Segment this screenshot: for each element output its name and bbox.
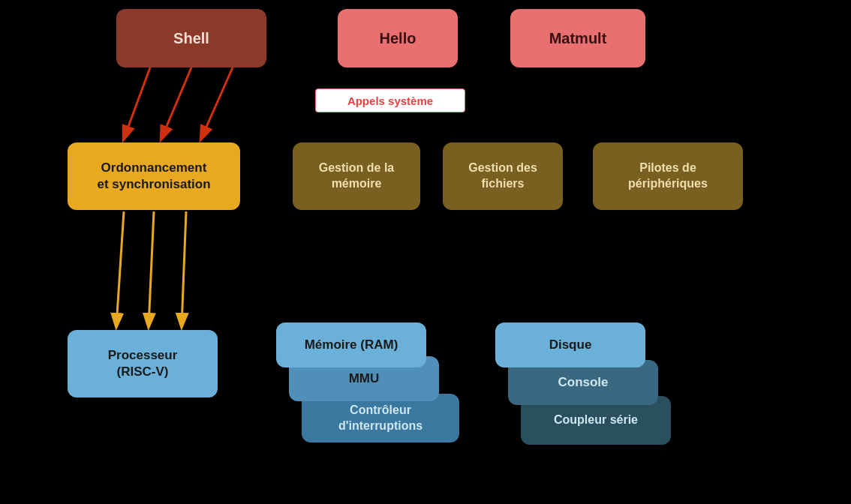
svg-line-2: [201, 68, 233, 139]
gestion-fichiers-box: Gestion des fichiers: [443, 142, 563, 210]
svg-line-3: [116, 212, 124, 326]
shell-box: Shell: [116, 9, 266, 68]
diagram: Shell Hello Matmult Appels système Ordon…: [0, 0, 851, 504]
svg-line-4: [149, 212, 154, 326]
appels-systeme-label: Appels système: [315, 88, 465, 112]
processeur-box: Processeur (RISC-V): [68, 330, 218, 398]
pilotes-box: Pilotes de périphériques: [593, 142, 743, 210]
matmult-box: Matmult: [510, 9, 645, 68]
hello-box: Hello: [338, 9, 458, 68]
disque-box: Disque: [495, 322, 645, 368]
svg-line-5: [182, 212, 186, 326]
svg-line-0: [124, 68, 150, 139]
ram-box: Mémoire (RAM): [276, 322, 426, 368]
gestion-memoire-box: Gestion de la mémoire: [293, 142, 420, 210]
svg-line-1: [161, 68, 191, 139]
ordonnancement-box: Ordonnancement et synchronisation: [68, 142, 240, 210]
